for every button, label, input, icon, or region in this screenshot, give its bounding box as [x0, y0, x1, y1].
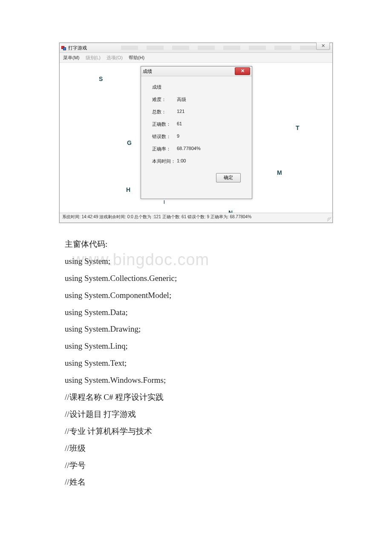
code-line: //班级 — [65, 440, 337, 457]
code-line: using System.ComponentModel; — [65, 287, 337, 304]
code-line: using System; — [65, 253, 337, 270]
value-correct: 61 — [177, 121, 244, 127]
falling-letter: S — [99, 75, 103, 82]
row-total: 总数： 121 — [152, 109, 244, 115]
value-time: 1:00 — [177, 158, 244, 165]
code-line: //专业 计算机科学与技术 — [65, 423, 337, 440]
code-line: //学号 — [65, 457, 337, 474]
label-wrong: 错误数： — [152, 133, 177, 140]
falling-letter: I — [164, 200, 165, 205]
dialog-titlebar[interactable]: 成绩 ✕ — [141, 66, 252, 76]
app-title: 打字游戏 — [68, 45, 87, 51]
falling-letter: T — [296, 124, 300, 131]
menu-xuanxiang[interactable]: 选项(O) — [107, 55, 123, 61]
code-line: using System.Data; — [65, 304, 337, 321]
titlebar-blur — [121, 46, 331, 50]
document-body: 主窗体代码: using System; using System.Collec… — [65, 236, 337, 491]
label-correct: 正确数： — [152, 121, 177, 127]
code-line: using System.Text; — [65, 355, 337, 372]
falling-letter: M — [277, 169, 282, 176]
code-line: using System.Drawing; — [65, 321, 337, 338]
dialog-close-button[interactable]: ✕ — [235, 67, 250, 75]
row-rate: 正确率： 68.77804% — [152, 146, 244, 152]
code-line: using System.Collections.Generic; — [65, 270, 337, 287]
code-line: //课程名称 C# 程序设计实践 — [65, 389, 337, 406]
row-time: 本局时间： 1:00 — [152, 158, 244, 165]
row-correct: 正确数： 61 — [152, 121, 244, 127]
code-line: //姓名 — [65, 474, 337, 491]
section-heading: 主窗体代码: — [65, 236, 337, 253]
label-time: 本局时间： — [152, 158, 177, 165]
row-difficulty: 难度： 高级 — [152, 96, 244, 103]
value-rate: 68.77804% — [177, 146, 244, 152]
dialog-ok-button[interactable]: 确定 — [216, 173, 241, 182]
dialog-group-title: 成绩 — [152, 84, 244, 90]
titlebar[interactable]: 打字游戏 ✕ — [60, 43, 332, 53]
code-line: using System.Windows.Forms; — [65, 372, 337, 389]
label-difficulty: 难度： — [152, 96, 177, 103]
code-line: using System.Linq; — [65, 338, 337, 355]
falling-letter: H — [126, 186, 130, 193]
value-difficulty: 高级 — [177, 96, 244, 103]
menubar: 菜单(M) 级别(L) 选项(O) 帮助(H) — [60, 53, 332, 63]
window-close-button[interactable]: ✕ — [316, 43, 330, 50]
app-icon — [61, 45, 66, 50]
value-total: 121 — [177, 109, 244, 115]
dialog-body: 成绩 难度： 高级 总数： 121 正确数： 61 错误数： — [141, 76, 252, 174]
score-dialog: 成绩 ✕ 成绩 难度： 高级 总数： 121 正确数： 61 — [141, 66, 252, 199]
status-text: 系统时间: 14:42:49 游戏剩余时间: 0:0 总个数为 :121 正确个… — [62, 214, 251, 219]
game-client-area: S G H T M N I 成绩 ✕ 成绩 难度： 高级 — [60, 63, 332, 213]
statusbar: 系统时间: 14:42:49 游戏剩余时间: 0:0 总个数为 :121 正确个… — [60, 213, 332, 223]
falling-letter: G — [127, 139, 132, 146]
resize-grip-icon[interactable] — [327, 217, 331, 222]
menu-jibie[interactable]: 级别(L) — [86, 55, 101, 61]
value-wrong: 9 — [177, 133, 244, 140]
code-line: //设计题目 打字游戏 — [65, 406, 337, 423]
row-wrong: 错误数： 9 — [152, 133, 244, 140]
label-total: 总数： — [152, 109, 177, 115]
menu-bangzhu[interactable]: 帮助(H) — [129, 55, 144, 61]
app-window: 打字游戏 ✕ 菜单(M) 级别(L) 选项(O) 帮助(H) S G H T M… — [59, 43, 333, 223]
falling-letter: N — [228, 209, 233, 213]
menu-caidan[interactable]: 菜单(M) — [63, 55, 80, 61]
label-rate: 正确率： — [152, 146, 177, 152]
dialog-title-text: 成绩 — [143, 68, 152, 75]
